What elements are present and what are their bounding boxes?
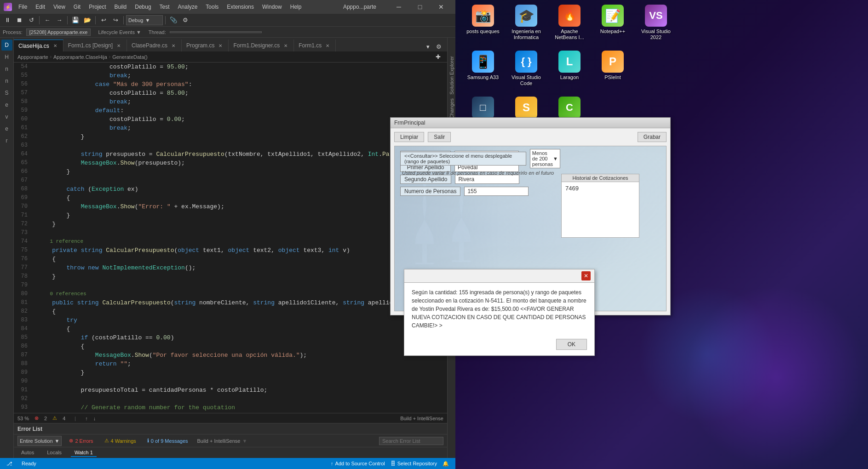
toolbar-settings[interactable]: ⚙ (180, 15, 191, 25)
desktop-icon-ingenieria[interactable]: 🎓 Ingenieria en Informatica (508, 5, 545, 40)
tab-form1designer[interactable]: Form1.Designer.cs ✕ (229, 40, 294, 51)
desktop-icon-laragon[interactable]: L Laragon (551, 51, 588, 86)
tab-program-close[interactable]: ✕ (217, 42, 224, 49)
debug-tab-autos[interactable]: Autos (17, 449, 38, 457)
menu-tools[interactable]: Tools (202, 3, 222, 11)
code-content[interactable]: costoPlatillo = 95.00; break; case "Más … (34, 63, 447, 413)
code-editor[interactable]: 5455565758 5960616263 6465666768 6970717… (14, 63, 447, 413)
menu-build[interactable]: Build (111, 3, 131, 11)
tab-form1designer-close[interactable]: ✕ (282, 42, 289, 49)
tab-overflow[interactable]: ▾ (422, 41, 433, 51)
toolbar-back[interactable]: ← (42, 15, 53, 25)
menu-test[interactable]: Test (156, 3, 173, 11)
personas-label: Numero de Personas (400, 187, 460, 196)
salir-button[interactable]: Salir (428, 132, 451, 142)
toolbar-run-pause[interactable]: ⏸ (2, 15, 13, 25)
toolbar-attach[interactable]: 📎 (168, 15, 179, 25)
toolbar-save[interactable]: 💾 (70, 15, 81, 25)
consultar-button[interactable]: <<Consultar>> Seleccione el menu despleg… (400, 152, 526, 166)
toolbar-stop[interactable]: ⏹ (14, 15, 25, 25)
menu-help[interactable]: Help (287, 3, 305, 11)
paquetes-dropdown[interactable]: Menos de 200 personas ▼ (530, 149, 560, 168)
add-to-source-control[interactable]: ↑ Add to Source Control (328, 461, 388, 466)
error-search-input[interactable] (379, 437, 443, 445)
menu-git[interactable]: Git (70, 3, 84, 11)
sidebar-n[interactable]: n (1, 63, 12, 74)
desktop-icon-apache[interactable]: 🔥 Apache NetBeans I... (551, 5, 588, 40)
solution-explorer-label[interactable]: Solution Explorer (449, 56, 454, 95)
popup-close-button[interactable]: ✕ (581, 271, 591, 280)
vs-label: Visual Studio 2022 (638, 29, 674, 40)
menu-analyze[interactable]: Analyze (174, 3, 201, 11)
breadcrumb-class[interactable]: Appporaparte.ClaseHija (53, 54, 107, 60)
desktop-icon-samsung[interactable]: 📱 Samsung A33 (465, 51, 501, 86)
toolbar-redo[interactable]: ↪ (110, 15, 121, 25)
tab-form1cs-close[interactable]: ✕ (324, 42, 331, 49)
sidebar-h[interactable]: H (1, 51, 12, 63)
select-repository[interactable]: 🗄 Select Repository (388, 461, 440, 466)
tab-clasehija[interactable]: ClaseHija.cs ✕ (14, 40, 63, 51)
messages-badge[interactable]: ℹ 0 of 9 Messages (144, 437, 192, 445)
toolbar-undo[interactable]: ↩ (98, 15, 109, 25)
menu-project[interactable]: Project (85, 3, 109, 11)
vscode-label: Visual Studio Code (508, 74, 545, 86)
breadcrumb-method[interactable]: GenerateData() (112, 54, 147, 60)
warnings-badge[interactable]: ⚠ 4 Warnings (101, 437, 140, 445)
nav-down[interactable]: ↓ (93, 416, 96, 421)
menu-view[interactable]: View (50, 3, 69, 11)
toolbar-saveall[interactable]: 📂 (82, 15, 93, 25)
menu-debug[interactable]: Debug (131, 3, 155, 11)
warning-icon2: ⚠ (104, 438, 109, 444)
menu-extensions[interactable]: Extensions (223, 3, 258, 11)
tab-form1design-close[interactable]: ✕ (115, 42, 122, 49)
grabar-button[interactable]: Grabar (638, 132, 667, 142)
tab-clasepadre-close[interactable]: ✕ (170, 42, 177, 49)
sidebar-r[interactable]: r (1, 135, 12, 146)
notepad-icon: 📝 (602, 5, 624, 27)
tab-settings[interactable]: ⚙ (433, 41, 444, 51)
menu-window[interactable]: Window (259, 3, 286, 11)
close-button[interactable]: ✕ (431, 0, 452, 14)
sidebar-e[interactable]: e (1, 99, 12, 110)
segundo-apellido-input[interactable] (455, 175, 519, 184)
desktop-icon-posts[interactable]: 📸 posts queques (465, 5, 501, 40)
error-icon2: ⊗ (69, 438, 73, 444)
sidebar-data[interactable]: D (1, 40, 12, 51)
desktop-icon-pslint[interactable]: P PSleInt (594, 51, 631, 86)
personas-input[interactable] (464, 187, 529, 196)
sidebar-server[interactable]: S (1, 87, 12, 98)
toolbar-restart[interactable]: ↺ (26, 15, 37, 25)
sidebar-v[interactable]: v (1, 111, 12, 122)
breadcrumb-add[interactable]: ✚ (432, 52, 443, 62)
menu-file[interactable]: File (15, 3, 31, 11)
debug-tab-locals[interactable]: Locals (43, 449, 65, 457)
desktop-icon-notepad[interactable]: 📝 Notepad++ (594, 5, 631, 40)
svg-rect-5 (452, 260, 471, 262)
sidebar-n2[interactable]: n (1, 75, 12, 86)
minimize-button[interactable]: ─ (388, 0, 409, 14)
desktop-icon-vs[interactable]: VS Visual Studio 2022 (638, 5, 674, 40)
nav-up[interactable]: ↑ (85, 416, 88, 421)
maximize-button[interactable]: □ (409, 0, 431, 14)
dropdown-chevron: ▼ (553, 156, 558, 161)
tab-clasepadre[interactable]: ClasePadre.cs ✕ (127, 40, 182, 51)
frm-top-buttons: Limpiar Salir Grabar (394, 132, 667, 142)
notifications-bell[interactable]: 🔔 (440, 461, 452, 467)
solution-scope-dropdown[interactable]: Entire Solution▼ (17, 436, 62, 446)
breadcrumb-project[interactable]: Appporaparte (17, 54, 48, 60)
status-git[interactable]: ⎇ (4, 458, 15, 469)
popup-ok-button[interactable]: OK (556, 339, 587, 350)
limpiar-button[interactable]: Limpiar (394, 132, 424, 142)
debug-tab-watch1[interactable]: Watch 1 (71, 449, 97, 457)
sidebar-e2[interactable]: e (1, 123, 12, 134)
tab-program[interactable]: Program.cs ✕ (182, 40, 229, 51)
tab-form1cs[interactable]: Form1.cs ✕ (294, 40, 336, 51)
tab-clasehija-close[interactable]: ✕ (52, 43, 58, 49)
errors-badge[interactable]: ⊗ 2 Errors (65, 437, 97, 445)
menu-edit[interactable]: Edit (32, 3, 49, 11)
toolbar-forward[interactable]: → (54, 15, 65, 25)
tab-form1design[interactable]: Form1.cs [Design] ✕ (63, 40, 127, 51)
debug-config-dropdown[interactable]: Debug▼ (126, 15, 163, 25)
desktop-icon-vscode[interactable]: { } Visual Studio Code (508, 51, 545, 86)
build-btn[interactable]: Build + IntelliSense ▼ (197, 438, 247, 444)
